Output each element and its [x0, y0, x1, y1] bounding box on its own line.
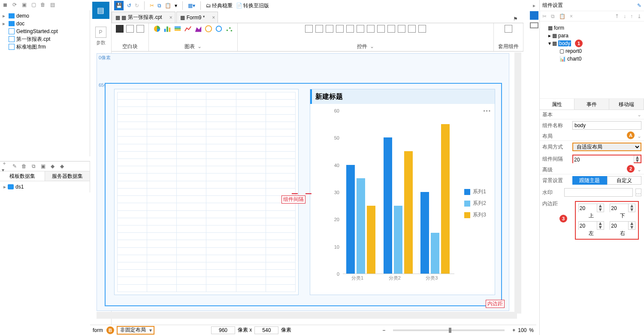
tree-node-selected[interactable]: ▾▦ body 1: [541, 40, 642, 47]
close-icon[interactable]: ×: [212, 15, 215, 21]
param-panel-icon[interactable]: P: [95, 27, 106, 38]
paste-icon[interactable]: 📋: [165, 2, 171, 9]
paste-icon[interactable]: 📋: [559, 13, 565, 19]
blank-icon[interactable]: [136, 25, 144, 33]
move-bottom-icon[interactable]: ⤓: [637, 13, 641, 19]
tab-attributes[interactable]: 属性: [540, 99, 574, 110]
area-chart-icon[interactable]: [194, 25, 202, 33]
zoom-minus[interactable]: −: [382, 327, 385, 333]
convert-old-button[interactable]: 📄 转换至旧版: [236, 2, 269, 9]
file-tree-item[interactable]: 第一张报表.cpt: [0, 35, 90, 43]
gauge-chart-icon[interactable]: [215, 25, 223, 33]
chevron-down-icon[interactable]: ⌄: [370, 43, 374, 49]
close-icon[interactable]: ×: [169, 15, 172, 21]
tree-node[interactable]: ▸▦ para: [541, 32, 642, 40]
component-name-input[interactable]: [572, 121, 641, 130]
file-tree-item[interactable]: 标准地图.frm: [0, 43, 90, 51]
db2-icon[interactable]: ◆: [58, 163, 65, 170]
tab-server-ds[interactable]: 服务器数据集: [45, 171, 90, 181]
horizontal-scrollbar[interactable]: [97, 312, 517, 319]
radar-chart-icon[interactable]: [205, 25, 212, 33]
zoom-slider[interactable]: [393, 329, 505, 331]
widget-icon[interactable]: [315, 25, 323, 33]
widget-icon[interactable]: [408, 25, 416, 33]
zoom-plus[interactable]: +: [512, 327, 515, 333]
gap-spinner[interactable]: ▲▼: [572, 155, 641, 163]
preview-icon[interactable]: ▦▾: [188, 2, 195, 9]
copy-icon[interactable]: ⧉: [30, 163, 37, 170]
expand-arrow-icon[interactable]: ▸: [529, 2, 539, 9]
widget-icon[interactable]: [398, 25, 405, 33]
copy-icon[interactable]: ⧉: [157, 2, 161, 9]
icon-c[interactable]: ▤: [49, 1, 56, 8]
bar-chart-icon[interactable]: [163, 25, 171, 33]
blank-icon[interactable]: [116, 25, 124, 33]
stack-chart-icon[interactable]: [174, 25, 181, 33]
trash-icon[interactable]: 🗑: [21, 163, 27, 170]
document-tab[interactable]: ▦ ▦第一张报表.cpt×: [112, 12, 175, 23]
widget-icon[interactable]: [346, 25, 354, 33]
body-frame[interactable]: 新建标题 ••• 0102030405060分类1分类2分类3系列1系列2系列3: [105, 83, 502, 306]
edit-pencil-icon[interactable]: ✎: [637, 3, 641, 9]
tab-events[interactable]: 事件: [574, 99, 609, 110]
watermark-more-icon[interactable]: …: [635, 189, 641, 196]
edit-icon[interactable]: ✎: [11, 163, 18, 170]
cut-icon[interactable]: ✂: [150, 2, 154, 9]
pad-bottom-spinner[interactable]: ▲▼: [610, 204, 635, 212]
report-widget[interactable]: [114, 89, 299, 295]
tab-settings-icon[interactable]: ⚑: [513, 16, 520, 23]
blank-icon[interactable]: [126, 25, 134, 33]
file-tree-item[interactable]: GettingStarted.cpt: [0, 27, 90, 35]
file-tree-item[interactable]: ▸doc: [0, 20, 90, 27]
delete-icon[interactable]: 🗑: [39, 1, 46, 8]
widget-icon[interactable]: [377, 25, 385, 33]
vertical-scrollbar[interactable]: [514, 52, 521, 314]
rail-icon[interactable]: [530, 11, 538, 20]
pad-right-spinner[interactable]: ▲▼: [610, 221, 635, 230]
move-top-icon[interactable]: ⤒: [615, 13, 619, 19]
section-basic[interactable]: 基本⌄: [540, 110, 644, 119]
tree-node[interactable]: ▢ report0: [541, 47, 642, 55]
db1-icon[interactable]: ◆: [49, 163, 56, 170]
save-icon[interactable]: 💾: [114, 1, 124, 10]
pad-left-spinner[interactable]: ▲▼: [578, 221, 604, 230]
move-up-icon[interactable]: ↑: [630, 13, 633, 19]
add-icon[interactable]: ＋▾: [2, 163, 9, 170]
canvas-height-input[interactable]: [254, 326, 278, 334]
tree-node[interactable]: 📊 chart0: [541, 55, 642, 63]
chevron-down-icon[interactable]: ⌄: [197, 43, 202, 49]
section-advanced[interactable]: 高级2⌄: [540, 165, 644, 174]
scatter-chart-icon[interactable]: [225, 25, 233, 33]
widget-icon[interactable]: [367, 25, 375, 33]
pie-chart-icon[interactable]: [153, 25, 161, 33]
tab-mobile[interactable]: 移动端: [609, 99, 644, 110]
delete-icon[interactable]: ×: [570, 13, 573, 19]
section-layout[interactable]: 布局A⌄: [540, 131, 644, 141]
classic-theme-button[interactable]: 🗂 经典稳重: [206, 2, 233, 9]
undo-icon[interactable]: ↺: [127, 2, 131, 9]
suite-icon[interactable]: [505, 25, 512, 33]
copy-icon[interactable]: ⧉: [551, 13, 555, 19]
tree-node[interactable]: ▦ form: [541, 24, 642, 32]
redo-icon[interactable]: ↻: [135, 2, 139, 9]
layout-dropdown[interactable]: 非固定布局: [117, 326, 154, 335]
widget-icon[interactable]: [305, 25, 313, 33]
icon-a[interactable]: ▣: [21, 1, 27, 8]
bg-toggle[interactable]: 跟随主题 自定义: [572, 176, 641, 185]
design-canvas[interactable]: 0像素 65像素: [97, 53, 509, 311]
document-tab[interactable]: ▦Form9 *×: [176, 12, 218, 23]
new-file-icon[interactable]: ◼: [2, 1, 9, 8]
widget-icon[interactable]: [357, 25, 364, 33]
theme-icon[interactable]: ▤: [92, 2, 109, 19]
dropdown-arrow-icon[interactable]: ▾: [175, 2, 177, 9]
widget-icon[interactable]: [387, 25, 395, 33]
file-tree-item[interactable]: ▸demo: [0, 12, 90, 20]
bg-custom[interactable]: 自定义: [607, 176, 642, 185]
move-down-icon[interactable]: ↓: [623, 13, 626, 19]
rail-icon[interactable]: [530, 22, 538, 28]
canvas-width-input[interactable]: [211, 326, 235, 334]
watermark-input[interactable]: [564, 188, 633, 197]
dataset-item[interactable]: ▸ds1: [1, 183, 89, 191]
line-chart-icon[interactable]: [184, 25, 192, 33]
bg-follow-theme[interactable]: 跟随主题: [572, 176, 607, 185]
